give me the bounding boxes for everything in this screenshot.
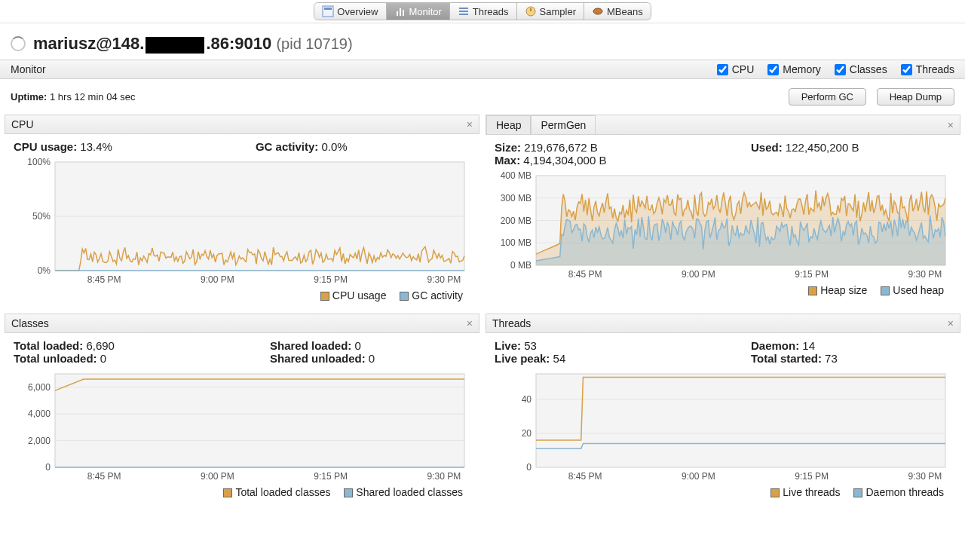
main-tab-bar: Overview Monitor Threads Sampler MBeans (0, 0, 965, 23)
checkbox-memory-input[interactable] (767, 64, 779, 75)
legend-gc-activity-label: GC activity (412, 289, 463, 301)
close-icon[interactable]: × (948, 119, 954, 131)
tab-overview-label: Overview (337, 6, 378, 17)
legend-total-loaded-label: Total loaded classes (235, 486, 330, 498)
total-loaded-label: Total loaded: (14, 339, 83, 352)
heap-size-label: Size: (495, 141, 521, 154)
sampler-icon (525, 5, 537, 17)
daemon-value: 14 (802, 339, 815, 352)
tab-overview[interactable]: Overview (314, 3, 386, 20)
heap-max-value: 4,194,304,000 B (523, 154, 606, 167)
legend-shared-loaded: Shared loaded classes (344, 486, 463, 498)
checkbox-cpu-input[interactable] (717, 64, 728, 75)
svg-text:400 MB: 400 MB (501, 171, 532, 181)
checkbox-classes-input[interactable] (835, 64, 846, 75)
legend-cpu-usage-label: CPU usage (332, 289, 387, 301)
checkbox-threads-input[interactable] (901, 64, 912, 75)
svg-text:4,000: 4,000 (28, 409, 51, 419)
svg-rect-37 (55, 374, 464, 467)
tab-mbeans[interactable]: MBeans (584, 3, 651, 20)
legend-cpu-usage: CPU usage (320, 289, 387, 301)
close-icon[interactable]: × (948, 317, 954, 329)
panel-threads-body: Live: 53 Daemon: 14 Live peak: 54 Total … (486, 333, 960, 504)
close-icon[interactable]: × (467, 317, 473, 329)
svg-text:8:45 PM: 8:45 PM (87, 274, 121, 285)
gc-activity-stat: GC activity: 0.0% (256, 140, 348, 153)
svg-rect-50 (536, 374, 945, 467)
svg-text:9:30 PM: 9:30 PM (908, 269, 942, 280)
tab-permgen[interactable]: PermGen (531, 115, 596, 134)
legend-shared-loaded-label: Shared loaded classes (356, 486, 463, 498)
threads-stats: Live: 53 Daemon: 14 Live peak: 54 Total … (495, 339, 951, 365)
livepeak-stat: Live peak: 54 (495, 352, 691, 365)
panel-threads-title: Threads (492, 317, 531, 329)
mbeans-icon (592, 5, 604, 17)
heap-dump-button[interactable]: Heap Dump (877, 88, 954, 106)
title-pid: (pid 10719) (276, 35, 352, 52)
heap-used-label: Used: (751, 141, 783, 154)
checkbox-cpu[interactable]: CPU (717, 63, 755, 75)
shared-loaded-stat: Shared loaded: 0 (270, 339, 361, 352)
legend-heap-size: Heap size (808, 284, 867, 296)
legend-daemon-threads-label: Daemon threads (865, 486, 944, 498)
tab-monitor[interactable]: Monitor (387, 3, 450, 20)
cpu-usage-value: 13.4% (80, 140, 112, 153)
panel-cpu: CPU × CPU usage: 13.4% GC activity: 0.0%… (5, 115, 479, 308)
perform-gc-button[interactable]: Perform GC (789, 88, 866, 106)
svg-text:8:45 PM: 8:45 PM (87, 471, 121, 482)
svg-text:100 MB: 100 MB (501, 237, 532, 248)
cpu-usage-stat: CPU usage: 13.4% (14, 140, 112, 153)
total-unloaded-stat: Total unloaded: 0 (14, 352, 210, 365)
legend-daemon-threads: Daemon threads (853, 486, 944, 498)
close-icon[interactable]: × (467, 118, 473, 130)
svg-rect-4 (403, 10, 404, 16)
total-loaded-stat: Total loaded: 6,690 (14, 339, 210, 352)
panel-threads: Threads × Live: 53 Daemon: 14 Live peak:… (486, 314, 960, 504)
swatch-icon (770, 488, 780, 497)
total-loaded-value: 6,690 (86, 339, 115, 352)
tab-sampler[interactable]: Sampler (517, 3, 584, 20)
svg-text:9:00 PM: 9:00 PM (682, 471, 715, 482)
checkbox-memory-label: Memory (783, 63, 821, 75)
checkbox-threads-label: Threads (916, 63, 954, 75)
loading-spinner-icon (11, 36, 26, 51)
tab-threads[interactable]: Threads (450, 3, 517, 20)
threads-legend: Live threads Daemon threads (495, 485, 951, 503)
checkbox-memory[interactable]: Memory (767, 63, 821, 75)
panel-heap-head: Heap PermGen × (486, 115, 960, 135)
cpu-stats: CPU usage: 13.4% GC activity: 0.0% (14, 140, 470, 153)
cpu-legend: CPU usage GC activity (14, 288, 470, 306)
svg-text:20: 20 (522, 428, 532, 439)
swatch-icon (400, 292, 409, 301)
heap-stats: Size: 219,676,672 B Used: 122,450,200 B … (495, 141, 951, 167)
title-host: .86:9010 (206, 34, 271, 53)
svg-text:2,000: 2,000 (28, 436, 51, 446)
shared-unloaded-stat: Shared unloaded: 0 (270, 352, 375, 365)
livepeak-value: 54 (553, 352, 566, 365)
svg-text:0 MB: 0 MB (510, 260, 532, 271)
panel-heap-body: Size: 219,676,672 B Used: 122,450,200 B … (486, 135, 960, 302)
svg-text:8:45 PM: 8:45 PM (568, 471, 602, 482)
title-user: mariusz@148. (33, 34, 144, 53)
shared-unloaded-label: Shared unloaded: (270, 352, 366, 365)
classes-chart: 02,0004,0006,0008:45 PM9:00 PM9:15 PM9:3… (14, 369, 470, 482)
heap-max-label: Max: (495, 154, 520, 167)
swatch-icon (344, 488, 353, 497)
checkbox-classes[interactable]: Classes (835, 63, 887, 75)
legend-heap-size-label: Heap size (820, 284, 867, 296)
swatch-icon (808, 286, 817, 295)
svg-text:9:00 PM: 9:00 PM (201, 274, 234, 285)
shared-loaded-value: 0 (355, 339, 361, 352)
heap-size-stat: Size: 219,676,672 B (495, 141, 691, 154)
panel-classes-body: Total loaded: 6,690 Shared loaded: 0 Tot… (5, 333, 479, 504)
gc-activity-value: 0.0% (321, 140, 347, 153)
svg-text:8:45 PM: 8:45 PM (568, 269, 602, 280)
panel-grid: CPU × CPU usage: 13.4% GC activity: 0.0%… (0, 115, 965, 504)
swatch-icon (853, 488, 862, 497)
panel-cpu-body: CPU usage: 13.4% GC activity: 0.0% 0%50%… (5, 134, 479, 308)
legend-live-threads: Live threads (770, 486, 840, 498)
tab-heap[interactable]: Heap (486, 115, 531, 134)
page-title: mariusz@148..86:9010 (pid 10719) (33, 34, 353, 54)
checkbox-threads[interactable]: Threads (901, 63, 954, 75)
live-stat: Live: 53 (495, 339, 691, 352)
